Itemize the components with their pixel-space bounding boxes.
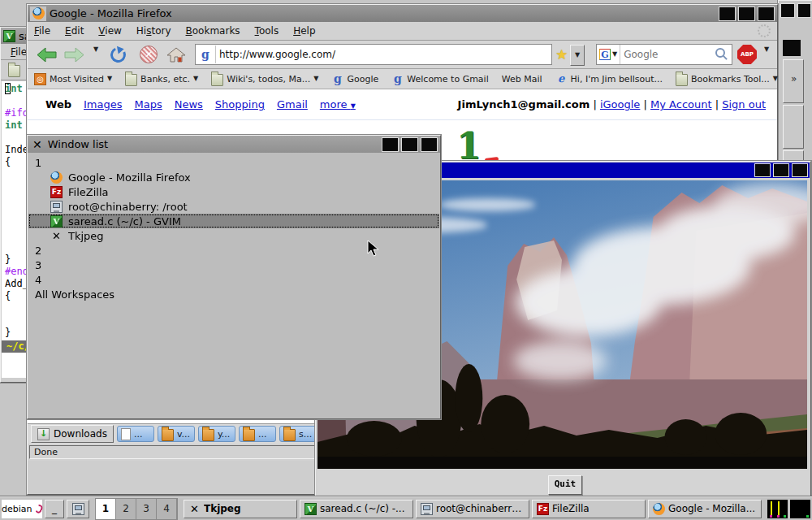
- quit-button[interactable]: Quit: [548, 475, 582, 495]
- window-list-dialog[interactable]: ✕ Window list 1Google - Mozilla FirefoxF…: [27, 135, 441, 419]
- window-button[interactable]: [401, 137, 418, 152]
- workspace-3[interactable]: 3: [136, 499, 157, 519]
- help-menu[interactable]: Help: [293, 25, 315, 37]
- nav-more[interactable]: more ▼: [320, 98, 356, 110]
- firefox-titlebar[interactable]: Google - Mozilla Firefox: [28, 5, 777, 22]
- window-list-titlebar[interactable]: ✕ Window list: [28, 136, 440, 153]
- addon-tab[interactable]: s...: [279, 426, 317, 442]
- view-menu[interactable]: View: [98, 25, 121, 37]
- location-dropdown-button[interactable]: ▼: [570, 45, 585, 66]
- search-bar[interactable]: G ▼: [596, 41, 732, 68]
- bookmarks-overflow-chevron[interactable]: »: [791, 73, 797, 84]
- bookmark-item[interactable]: Banks, etc.▼: [125, 72, 198, 86]
- bookmark-item[interactable]: Web Mail: [502, 74, 542, 84]
- bookmark-star-button[interactable]: ★: [555, 41, 568, 68]
- window-button[interactable]: [773, 163, 789, 177]
- nav-shopping[interactable]: Shopping: [215, 98, 265, 110]
- mini-pager: [767, 500, 810, 518]
- workspace-2[interactable]: 2: [116, 499, 136, 519]
- nav-images[interactable]: Images: [84, 98, 123, 110]
- minimize-all-button[interactable]: _: [45, 500, 64, 518]
- pager-screen[interactable]: [767, 500, 788, 518]
- history-dropdown-button[interactable]: ▼: [89, 41, 102, 58]
- window-list-row[interactable]: Google - Mozilla Firefox: [28, 170, 439, 184]
- window-button[interactable]: [719, 6, 736, 21]
- window-list-row[interactable]: 4: [28, 272, 439, 287]
- window-list-row[interactable]: 1: [28, 155, 439, 170]
- window-list-row[interactable]: FileZilla: [28, 184, 439, 199]
- search-input[interactable]: [620, 49, 715, 60]
- window-button[interactable]: [797, 3, 812, 18]
- gvim-icon: [3, 30, 15, 42]
- url-input[interactable]: [216, 49, 551, 60]
- task-label: root@chinaberry:...: [436, 503, 525, 514]
- forward-button[interactable]: [63, 41, 85, 68]
- window-list-row[interactable]: All Workspaces: [28, 287, 439, 301]
- window-button[interactable]: [738, 6, 755, 21]
- addon-tab-label: ...: [134, 429, 143, 440]
- taskbar-task[interactable]: root@chinaberry:...: [416, 500, 529, 518]
- addon-tab[interactable]: v...: [158, 426, 195, 442]
- taskbar-task[interactable]: FileZilla: [532, 500, 646, 518]
- bookmark-item[interactable]: Most Visited▼: [34, 73, 112, 85]
- workspace-4[interactable]: 4: [157, 499, 177, 519]
- viewer-window-buttons: [754, 163, 810, 177]
- pager-screen[interactable]: [790, 500, 810, 518]
- nav-gmail[interactable]: Gmail: [277, 98, 308, 110]
- window-button[interactable]: [421, 137, 438, 152]
- bookmark-item[interactable]: Bookmarks Tool...▼: [676, 72, 778, 86]
- reload-button[interactable]: [110, 41, 126, 68]
- window-button[interactable]: [792, 163, 808, 177]
- bookmark-item[interactable]: Hi, I'm Jim bellsout...: [555, 73, 663, 85]
- bookmark-item[interactable]: Wiki's, todos, Ma...▼: [211, 72, 318, 86]
- account-link-my-account[interactable]: My Account: [650, 98, 712, 110]
- addon-tab[interactable]: ...: [239, 426, 276, 442]
- taskbar: debian _ 1234 Tkjpegsaread.c (~/c) -...r…: [0, 496, 812, 520]
- adblock-dropdown[interactable]: ▼: [760, 41, 773, 58]
- start-button[interactable]: debian: [2, 500, 42, 518]
- search-engine-selector[interactable]: G ▼: [597, 45, 620, 64]
- account-link-igoogle[interactable]: iGoogle: [600, 98, 640, 110]
- window-list-row[interactable]: root@chinaberry: /root: [28, 199, 439, 214]
- stop-button[interactable]: [140, 41, 158, 68]
- nav-web[interactable]: Web: [45, 98, 71, 110]
- edit-menu[interactable]: Edit: [65, 25, 84, 37]
- history-menu[interactable]: History: [136, 25, 171, 37]
- bookmark-item[interactable]: Welcome to Gmail: [391, 73, 488, 85]
- gvim-file-menu[interactable]: File: [11, 46, 27, 58]
- back-button[interactable]: [36, 41, 58, 68]
- window-button[interactable]: [382, 137, 399, 152]
- taskbar-task[interactable]: saread.c (~/c) -...: [300, 500, 413, 518]
- nav-news[interactable]: News: [175, 98, 203, 110]
- account-link-sign-out[interactable]: Sign out: [722, 98, 766, 110]
- window-list-label: saread.c (~/c) - GVIM: [68, 215, 181, 228]
- workspace-1[interactable]: 1: [96, 499, 116, 519]
- open-folder-icon[interactable]: [8, 65, 20, 77]
- show-desktop-button[interactable]: [67, 500, 89, 518]
- addon-tab[interactable]: ...: [117, 426, 154, 442]
- window-button[interactable]: [754, 163, 771, 177]
- bookmark-item[interactable]: Google: [331, 73, 378, 85]
- abp-icon: [737, 45, 757, 64]
- addon-tab[interactable]: y...: [198, 426, 235, 442]
- window-list-row[interactable]: saread.c (~/c) - GVIM: [28, 214, 439, 228]
- toolbar-button[interactable]: [783, 105, 804, 149]
- window-list-title: Window list: [48, 138, 378, 150]
- search-magnifier-icon[interactable]: [715, 48, 725, 58]
- downloads-button[interactable]: Downloads: [31, 425, 114, 443]
- bookmarks-menu[interactable]: Bookmarks: [186, 25, 240, 37]
- file-menu[interactable]: File: [34, 25, 50, 37]
- nav-maps[interactable]: Maps: [135, 98, 162, 110]
- taskbar-task[interactable]: Tkjpeg: [184, 500, 297, 518]
- bookmark-label: Google: [347, 74, 378, 84]
- firefox-icon: [50, 171, 63, 184]
- taskbar-task[interactable]: Google - Mozilla...: [648, 500, 762, 518]
- window-button[interactable]: [783, 40, 801, 56]
- tools-menu[interactable]: Tools: [255, 25, 279, 37]
- window-button[interactable]: [758, 6, 775, 21]
- location-bar[interactable]: [195, 41, 552, 68]
- home-button[interactable]: [167, 41, 186, 68]
- adblock-button[interactable]: [737, 41, 757, 68]
- window-button[interactable]: [780, 3, 795, 18]
- chevron-down-icon: ▼: [575, 52, 580, 58]
